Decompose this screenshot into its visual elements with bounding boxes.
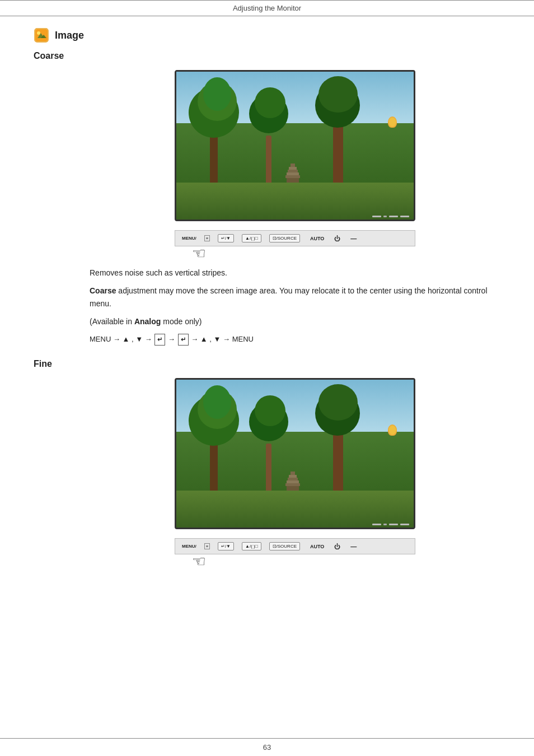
fine-subsection: Fine xyxy=(34,359,500,558)
nav-menu-start: MENU xyxy=(90,335,113,343)
nav-box1: ↵ xyxy=(154,334,165,346)
fine-menu-label: MENU/ xyxy=(182,544,196,549)
garden-scene-coarse xyxy=(176,72,414,220)
btn-power: ⏻ xyxy=(334,235,340,242)
nav-up2: ▲ xyxy=(200,335,208,343)
garden-scene-fine xyxy=(176,380,414,528)
nav-arrow5: → xyxy=(223,335,232,343)
nav-arrow1: → xyxy=(113,335,123,343)
nav-arrow2: → xyxy=(145,335,154,343)
status-dots-coarse xyxy=(372,216,409,217)
available-text: (Available in xyxy=(90,317,134,326)
lantern-coarse xyxy=(388,116,397,128)
fine-btn-minus: — xyxy=(350,543,357,550)
fine-menu-icon: ≡ xyxy=(204,543,210,549)
btn-up-sound: ▲/( )□ xyxy=(242,234,261,242)
desc-coarse-detail: Coarse adjustment may move the screen im… xyxy=(90,284,500,310)
content-area: Image Coarse xyxy=(0,27,534,586)
analog-bold: Analog xyxy=(134,317,161,326)
coarse-image-block: MENU/ ≡ ↵/▼ ▲/( )□ ⊡/SOURCE AUTO ⏻ — ☞ xyxy=(90,70,500,250)
nav-comma2: , xyxy=(209,335,213,343)
hand-cursor: ☞ xyxy=(192,244,206,263)
fine-label: Fine xyxy=(34,359,500,369)
coarse-description: Removes noise such as vertical stripes. … xyxy=(90,267,500,346)
nav-menu-end: MENU xyxy=(232,335,254,343)
btn-minus: — xyxy=(350,235,357,242)
fine-btn-power: ⏻ xyxy=(334,543,340,550)
section-title-row: Image xyxy=(34,27,500,43)
desc-analog: (Available in Analog mode only) xyxy=(90,315,500,328)
mode-only-text: mode only) xyxy=(163,317,202,326)
fine-btn-auto: AUTO xyxy=(310,544,324,549)
nav-box2: ↵ xyxy=(178,334,189,346)
status-dots-fine xyxy=(372,524,409,525)
menu-label: MENU/ xyxy=(182,236,196,241)
fine-monitor-screen xyxy=(175,378,415,529)
coarse-monitor-screen xyxy=(175,70,415,221)
coarse-bold: Coarse xyxy=(90,286,116,295)
desc-noise: Removes noise such as vertical stripes. xyxy=(90,267,500,279)
btn-source: ⊡/SOURCE xyxy=(269,234,300,242)
fine-image-block: MENU/ ≡ ↵/▼ ▲/( )□ ⊡/SOURCE AUTO ⏻ — ☞ xyxy=(90,378,500,558)
btn-enter-down: ↵/▼ xyxy=(218,234,234,242)
image-section-icon xyxy=(34,27,49,43)
coarse-label: Coarse xyxy=(34,51,500,61)
fine-hand-cursor: ☞ xyxy=(192,552,206,571)
btn-auto: AUTO xyxy=(310,236,324,241)
coarse-subsection: Coarse xyxy=(34,51,500,346)
menu-nav-sequence: MENU → ▲ , ▼ → ↵ → ↵ → ▲ , ▼ → MENU xyxy=(90,334,500,346)
nav-up: ▲ xyxy=(123,335,130,343)
nav-arrow3: → xyxy=(168,335,177,343)
coarse-control-bar: MENU/ ≡ ↵/▼ ▲/( )□ ⊡/SOURCE AUTO ⏻ — ☞ xyxy=(175,230,415,246)
svg-point-4 xyxy=(37,31,40,35)
header-title: Adjusting the Monitor xyxy=(233,4,301,12)
fine-btn-source: ⊡/SOURCE xyxy=(269,542,300,550)
image-section-label: Image xyxy=(55,30,84,41)
lantern-fine xyxy=(388,424,397,436)
menu-icon-small: ≡ xyxy=(204,235,210,241)
fine-control-bar: MENU/ ≡ ↵/▼ ▲/( )□ ⊡/SOURCE AUTO ⏻ — ☞ xyxy=(175,538,415,554)
page-footer: 63 xyxy=(0,738,534,756)
nav-arrow4: → xyxy=(191,335,200,343)
page-number: 63 xyxy=(263,743,271,752)
page-header: Adjusting the Monitor xyxy=(0,0,534,16)
coarse-detail-text: adjustment may move the screen image are… xyxy=(90,286,488,307)
nav-down2: ▼ xyxy=(214,335,223,343)
fine-btn-enter-down: ↵/▼ xyxy=(218,542,234,550)
fine-btn-up-sound: ▲/( )□ xyxy=(242,542,261,550)
nav-down: ▼ xyxy=(135,335,144,343)
image-icon-svg xyxy=(34,28,49,43)
